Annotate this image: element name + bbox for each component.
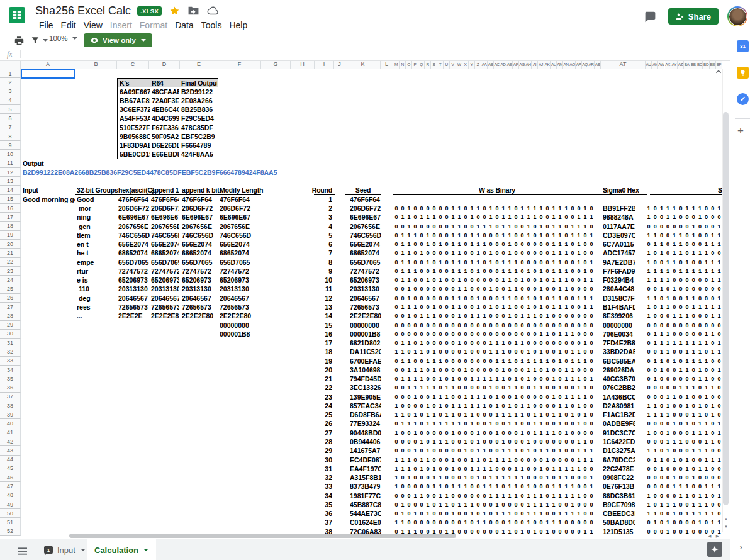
cell-sigma0-bit[interactable]: 1	[671, 357, 678, 366]
cell-w-bit[interactable]: 1	[576, 491, 582, 500]
cell-sigma0-bit[interactable]: 1	[652, 446, 658, 455]
cell-w-bit[interactable]: 1	[494, 401, 500, 410]
cell-w-bit[interactable]: 1	[519, 339, 525, 347]
cell-w-bit[interactable]: 0	[412, 222, 418, 231]
cell-w-bit[interactable]: 1	[506, 509, 513, 518]
cell-w-bit[interactable]: 0	[538, 482, 544, 491]
cell-round[interactable]: 35	[311, 500, 332, 509]
cell-w-bit[interactable]: 1	[412, 419, 418, 428]
cell-w-bit[interactable]: 1	[431, 357, 437, 366]
k-table-cell[interactable]: 424F8AA5	[181, 150, 216, 159]
cell-w-bit[interactable]: 1	[393, 518, 400, 527]
cell-w-bit[interactable]: 0	[450, 437, 456, 446]
cell-w-bit[interactable]: 0	[481, 284, 488, 293]
cell-sigma0-bit[interactable]: 0	[678, 330, 684, 339]
cell-w-bit[interactable]: 1	[532, 311, 538, 320]
cell-w-bit[interactable]: 1	[569, 509, 576, 518]
cell-sigma0[interactable]: 121D5135	[603, 527, 635, 536]
cell-sigma0-bit[interactable]: 1	[658, 267, 664, 276]
col-header-J[interactable]: J	[334, 60, 345, 69]
cell-sigma0-bit[interactable]: 0	[690, 284, 696, 293]
cell-sigma0-bit[interactable]: 0	[716, 410, 722, 419]
cell-w-bit[interactable]: 0	[393, 366, 400, 374]
cell-sigma0-bit[interactable]: 1	[678, 491, 684, 500]
cell-sigma0-bit[interactable]: 1	[690, 231, 696, 240]
cell-w-bit[interactable]: 0	[519, 321, 525, 330]
cell-sigma0-bit[interactable]: 1	[710, 456, 716, 464]
cell-w-bit[interactable]: 0	[519, 456, 525, 464]
cell-sigma0-bit[interactable]: 1	[671, 393, 678, 401]
cell-w-bit[interactable]: 1	[437, 437, 444, 446]
cell-w-bit[interactable]: 0	[525, 249, 532, 257]
cell-w-bit[interactable]: 1	[569, 482, 576, 491]
cell-w-bit[interactable]: 1	[525, 401, 532, 410]
cell-append-k[interactable]: 20313130	[182, 284, 217, 293]
cell-sigma0-bit[interactable]: 1	[710, 303, 716, 311]
cell-w-bit[interactable]: 0	[444, 428, 450, 437]
cell-w-bit[interactable]: 0	[557, 428, 563, 437]
cell-w-bit[interactable]: 0	[431, 401, 437, 410]
cell-sigma0-bit[interactable]: 1	[658, 339, 664, 347]
cell-w-bit[interactable]: 0	[582, 374, 588, 383]
cell-w-bit[interactable]: 0	[437, 204, 444, 213]
cell-round[interactable]: 1	[311, 195, 332, 204]
cell-w-bit[interactable]: 0	[500, 482, 506, 491]
cell-group[interactable]: mor	[77, 204, 116, 213]
cell-w-bit[interactable]: 0	[400, 473, 406, 482]
cell-sigma0-bit[interactable]: 0	[665, 222, 671, 231]
cell-w-bit[interactable]: 1	[469, 393, 475, 401]
cell-w-bit[interactable]: 1	[431, 464, 437, 473]
cell-sigma0-bit[interactable]: 0	[684, 222, 690, 231]
cell-w-bit[interactable]: 0	[582, 509, 588, 518]
cell-sigma0-bit[interactable]: 1	[665, 437, 671, 446]
cell-w-bit[interactable]: 1	[393, 482, 400, 491]
cell-w-bit[interactable]: 0	[469, 339, 475, 347]
col-header-AB[interactable]: AB	[488, 60, 494, 69]
cell-w-bit[interactable]: 0	[569, 383, 576, 392]
cell-sigma0-bit[interactable]: 0	[652, 204, 658, 213]
cell-w-bit[interactable]: 0	[525, 473, 532, 482]
cell-sigma0-bit[interactable]: 0	[710, 357, 716, 366]
cell-round[interactable]: 2	[311, 204, 332, 213]
cell-w-bit[interactable]: 0	[456, 456, 462, 464]
menu-item-help[interactable]: Help	[225, 20, 251, 31]
cell-w-bit[interactable]: 0	[519, 419, 525, 428]
cell-w-bit[interactable]: 0	[538, 374, 544, 383]
cell-w-bit[interactable]: 1	[450, 258, 456, 267]
cell-round[interactable]: 16	[311, 330, 332, 339]
cell-w-bit[interactable]: 1	[525, 482, 532, 491]
scroll-up-icon[interactable]: ▲	[722, 517, 730, 521]
cell-append1[interactable]: 2E2E2E80	[151, 311, 179, 320]
cell-modify-length[interactable]: 2067656E	[220, 222, 255, 231]
cell-w-bit[interactable]: 1	[525, 357, 532, 366]
cell-w-bit[interactable]: 0	[481, 491, 488, 500]
cell-sigma0-bit[interactable]: 1	[710, 231, 716, 240]
cell-w-bit[interactable]: 1	[576, 294, 582, 303]
cell-w-bit[interactable]: 1	[450, 213, 456, 221]
cell-w-bit[interactable]: 1	[557, 491, 563, 500]
cell-w-bit[interactable]: 0	[481, 339, 488, 347]
cell-w-bit[interactable]: 0	[525, 383, 532, 392]
cell-w-bit[interactable]: 0	[450, 446, 456, 455]
cell-group[interactable]: he t	[77, 249, 116, 257]
cell-w-bit[interactable]: 1	[475, 456, 481, 464]
cell-w-bit[interactable]: 1	[437, 393, 444, 401]
cell-sigma0-bit[interactable]: 0	[671, 222, 678, 231]
cell-w-bit[interactable]: 1	[525, 267, 532, 276]
cell-w-bit[interactable]: 1	[532, 509, 538, 518]
cell-w-bit[interactable]: 1	[475, 437, 481, 446]
cell-w-bit[interactable]: 0	[425, 518, 431, 527]
cell-w-bit[interactable]: 1	[425, 311, 431, 320]
cell-sigma0-bit[interactable]: 0	[678, 294, 684, 303]
cell-sigma0-bit[interactable]: 0	[684, 446, 690, 455]
cell-w-bit[interactable]: 0	[481, 258, 488, 267]
cell-w-bit[interactable]: 1	[456, 303, 462, 311]
cell-w-bit[interactable]: 1	[462, 267, 469, 276]
cell-w-bit[interactable]: 1	[551, 231, 557, 240]
cell-w-bit[interactable]: 0	[525, 284, 532, 293]
cell-w-bit[interactable]: 0	[475, 284, 481, 293]
sheet-tab-calculation[interactable]: Calculation	[87, 539, 156, 560]
cell-w-bit[interactable]: 0	[393, 437, 400, 446]
cell-sigma0-bit[interactable]: 1	[658, 347, 664, 356]
cell-w-bit[interactable]: 0	[393, 267, 400, 276]
